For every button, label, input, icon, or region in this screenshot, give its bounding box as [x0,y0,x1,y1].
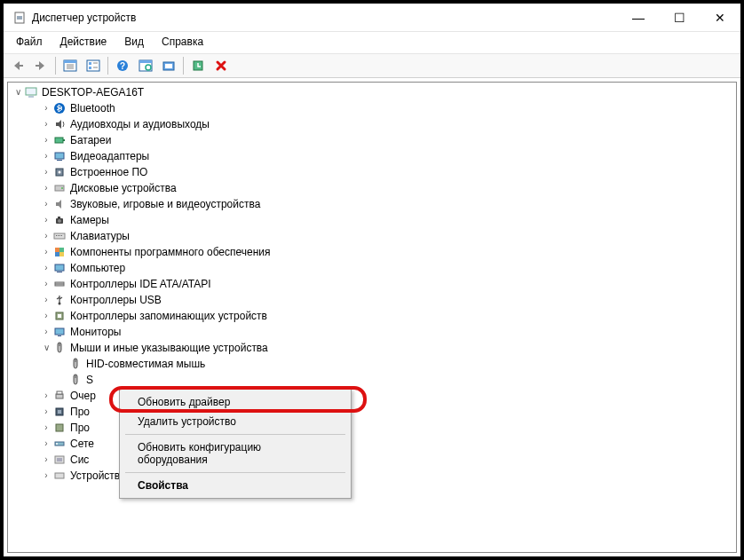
expand-icon[interactable]: › [40,132,52,148]
expand-icon[interactable]: › [40,420,52,436]
expand-icon[interactable]: › [40,260,52,276]
tree-item-mice[interactable]: ∨Мыши и иные указывающие устройства [8,340,736,356]
expand-icon[interactable]: › [40,212,52,228]
tree-child-item-selected[interactable]: S [8,372,736,388]
close-button[interactable]: ✕ [700,4,740,31]
tree-item[interactable]: ›Контроллеры запоминающих устройств [8,308,736,324]
ctx-scan-hardware[interactable]: Обновить конфигурацию оборудования [122,438,349,469]
expand-icon[interactable]: › [40,164,52,180]
svg-rect-43 [55,264,64,271]
tree-item-label: Про [70,420,90,436]
software-component-icon [52,245,67,259]
svg-rect-44 [57,272,62,272]
toolbar-separator [107,57,108,75]
collapse-icon[interactable]: ∨ [40,340,52,356]
firmware-icon [52,165,67,179]
tree-item-label: Компьютер [70,260,125,276]
expand-icon[interactable]: › [40,116,52,132]
collapse-icon[interactable]: ∨ [12,84,24,100]
menu-help[interactable]: Справка [154,34,210,50]
svg-rect-33 [58,217,60,218]
tree-item[interactable]: ›Клавиатуры [8,228,736,244]
tree-item[interactable]: ›Сис [8,452,736,468]
expand-icon[interactable]: › [40,196,52,212]
tree-item[interactable]: ›Встроенное ПО [8,164,736,180]
svg-rect-50 [55,328,64,335]
tree-item[interactable]: ›Мониторы [8,324,736,340]
tree-item[interactable]: ›Батареи [8,132,736,148]
help-button[interactable]: ? [112,56,133,75]
tree-item[interactable]: ›Контроллеры IDE ATA/ATAPI [8,276,736,292]
tree-item-label: Камеры [70,212,109,228]
toolbar-separator [183,57,184,75]
tree-item-label: Видеоадаптеры [70,148,149,164]
back-button[interactable] [7,56,28,75]
tree-item-label: S [86,372,93,388]
expand-icon[interactable]: › [40,388,52,404]
svg-point-32 [58,219,61,223]
properties-list-button[interactable] [83,56,104,75]
svg-rect-20 [26,88,36,95]
minimize-button[interactable]: — [618,4,659,31]
monitor-icon [52,325,67,339]
ctx-properties[interactable]: Свойства [122,476,349,495]
forward-button[interactable] [30,56,51,75]
enable-device-button[interactable] [187,56,209,75]
tree-item[interactable]: ›Аудиовходы и аудиовыходы [8,116,736,132]
tree-item[interactable]: ›Дисковые устройства [8,180,736,196]
update-driver-button[interactable] [158,56,179,75]
tree-child-item[interactable]: HID-совместимая мышь [8,356,736,372]
svg-rect-49 [58,314,61,318]
tree-item[interactable]: ›Звуковые, игровые и видеоустройства [8,196,736,212]
expand-icon[interactable]: › [40,148,52,164]
expand-icon[interactable]: › [40,452,52,468]
tree-item-label: Батареи [70,132,111,148]
tree-item[interactable]: ›Компьютер [8,260,736,276]
titlebar: Диспетчер устройств — ☐ ✕ [4,4,740,32]
disk-icon [52,181,67,195]
svg-rect-36 [58,235,59,236]
tree-item-label: Контроллеры запоминающих устройств [70,308,267,324]
tree-item[interactable]: ›Про [8,420,736,436]
expand-icon[interactable]: › [40,308,52,324]
tree-item[interactable]: ›Устройства HID (Human Interface Devices… [8,468,736,484]
menu-action[interactable]: Действие [53,34,115,50]
ctx-uninstall-device[interactable]: Удалить устройство [122,412,349,431]
maximize-button[interactable]: ☐ [659,4,700,31]
tree-root[interactable]: ∨ DESKTOP-AEGA16T [8,84,736,100]
device-tree[interactable]: ∨ DESKTOP-AEGA16T ›Bluetooth ›Аудиовходы… [7,82,737,553]
tree-item[interactable]: ›Камеры [8,212,736,228]
expand-icon[interactable]: › [40,244,52,260]
tree-item-label: Звуковые, игровые и видеоустройства [70,196,260,212]
expand-icon[interactable]: › [40,100,52,116]
tree-item[interactable]: ›Контроллеры USB [8,292,736,308]
uninstall-device-button[interactable] [210,56,232,75]
expand-icon[interactable]: › [40,292,52,308]
tree-item[interactable]: ›Про [8,404,736,420]
tree-item-label: Клавиатуры [70,228,130,244]
expand-icon[interactable]: › [40,468,52,484]
tree-item[interactable]: ›Видеоадаптеры [8,148,736,164]
expand-icon[interactable]: › [40,436,52,452]
svg-rect-42 [59,252,64,256]
svg-rect-23 [55,138,63,143]
tree-item[interactable]: ›Сете [8,436,736,452]
tree-item[interactable]: ›Bluetooth [8,100,736,116]
tree-item[interactable]: ›Очер [8,388,736,404]
expand-icon[interactable]: › [40,228,52,244]
menu-view[interactable]: Вид [117,34,151,50]
usb-icon [52,293,67,307]
svg-rect-7 [87,60,99,71]
expand-icon[interactable]: › [40,180,52,196]
expand-icon[interactable]: › [40,276,52,292]
toolbar-separator [55,57,56,75]
tree-item-label: Контроллеры IDE ATA/ATAPI [70,276,211,292]
tree-item[interactable]: ›Компоненты программного обеспечения [8,244,736,260]
menu-file[interactable]: Файл [9,34,50,50]
show-hide-tree-button[interactable] [59,56,81,75]
tree-item-label: Мыши и иные указывающие устройства [70,340,268,356]
expand-icon[interactable]: › [40,324,52,340]
expand-icon[interactable]: › [40,404,52,420]
ctx-update-driver[interactable]: Обновить драйвер [122,392,349,412]
scan-hardware-button[interactable] [135,56,156,75]
